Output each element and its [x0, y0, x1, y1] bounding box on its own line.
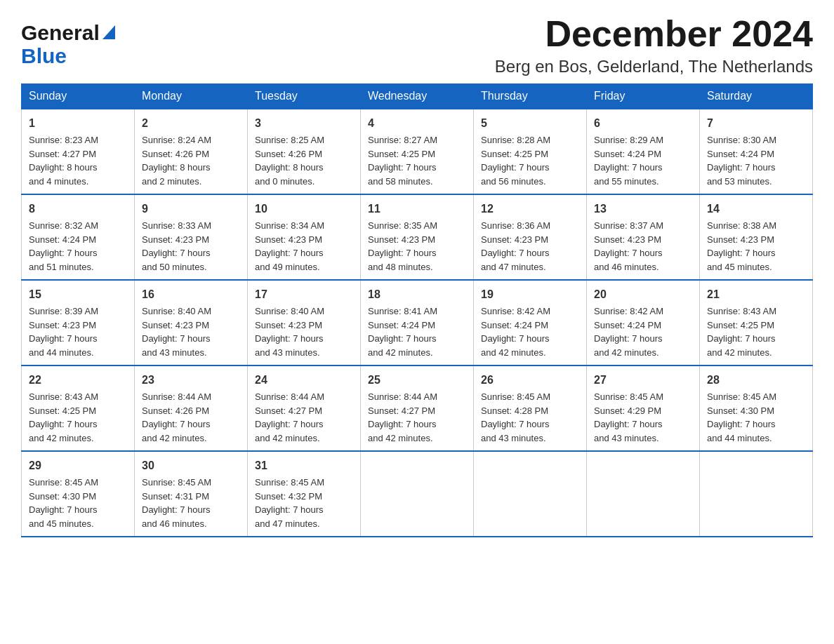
day-sunset: Sunset: 4:26 PM — [255, 149, 322, 159]
day-daylight-label: Daylight: 7 hours — [594, 248, 663, 258]
day-sunset: Sunset: 4:30 PM — [29, 491, 96, 502]
day-sunset: Sunset: 4:25 PM — [29, 405, 96, 416]
calendar-cell: 20 Sunrise: 8:42 AM Sunset: 4:24 PM Dayl… — [587, 280, 700, 365]
day-daylight-label: Daylight: 7 hours — [255, 248, 324, 258]
day-number: 5 — [481, 115, 579, 132]
day-number: 3 — [255, 115, 353, 132]
day-daylight-label: Daylight: 7 hours — [481, 333, 550, 344]
day-daylight-label: Daylight: 7 hours — [594, 333, 663, 344]
day-sunrise: Sunrise: 8:45 AM — [142, 477, 211, 488]
calendar-cell: 21 Sunrise: 8:43 AM Sunset: 4:25 PM Dayl… — [700, 280, 813, 365]
month-title: December 2024 — [495, 14, 813, 54]
day-sunrise: Sunrise: 8:45 AM — [594, 391, 663, 402]
day-number: 2 — [142, 115, 240, 132]
day-number: 12 — [481, 201, 579, 217]
day-daylight-label: Daylight: 7 hours — [594, 162, 663, 173]
day-sunrise: Sunrise: 8:29 AM — [594, 135, 663, 145]
calendar-cell: 3 Sunrise: 8:25 AM Sunset: 4:26 PM Dayli… — [248, 109, 361, 194]
day-daylight-minutes: and 53 minutes. — [707, 176, 772, 187]
day-number: 25 — [368, 372, 466, 389]
day-daylight-minutes: and 42 minutes. — [368, 347, 433, 358]
day-sunset: Sunset: 4:24 PM — [29, 234, 96, 245]
calendar-cell: 26 Sunrise: 8:45 AM Sunset: 4:28 PM Dayl… — [474, 365, 587, 451]
day-daylight-minutes: and 43 minutes. — [255, 347, 320, 358]
day-number: 14 — [707, 201, 805, 217]
header-wednesday: Wednesday — [361, 84, 474, 109]
calendar-cell: 8 Sunrise: 8:32 AM Sunset: 4:24 PM Dayli… — [22, 194, 135, 280]
day-daylight-minutes: and 46 minutes. — [142, 518, 207, 529]
day-number: 9 — [142, 201, 240, 217]
day-number: 8 — [29, 201, 127, 217]
calendar-cell: 25 Sunrise: 8:44 AM Sunset: 4:27 PM Dayl… — [361, 365, 474, 451]
day-sunset: Sunset: 4:28 PM — [481, 405, 548, 416]
header-sunday: Sunday — [22, 84, 135, 109]
day-daylight-minutes: and 58 minutes. — [368, 176, 433, 187]
calendar-cell: 14 Sunrise: 8:38 AM Sunset: 4:23 PM Dayl… — [700, 194, 813, 280]
day-daylight-label: Daylight: 8 hours — [255, 162, 324, 173]
day-daylight-minutes: and 2 minutes. — [142, 176, 201, 187]
day-number: 15 — [29, 286, 127, 303]
day-daylight-label: Daylight: 7 hours — [255, 504, 324, 515]
day-daylight-label: Daylight: 7 hours — [255, 333, 324, 344]
day-daylight-minutes: and 42 minutes. — [142, 433, 207, 443]
day-sunrise: Sunrise: 8:45 AM — [255, 477, 324, 488]
day-number: 31 — [255, 457, 353, 474]
day-sunrise: Sunrise: 8:28 AM — [481, 135, 550, 145]
day-number: 7 — [707, 115, 805, 132]
svg-marker-0 — [102, 25, 115, 39]
day-daylight-label: Daylight: 7 hours — [481, 162, 550, 173]
day-sunset: Sunset: 4:24 PM — [368, 320, 435, 330]
calendar-cell: 27 Sunrise: 8:45 AM Sunset: 4:29 PM Dayl… — [587, 365, 700, 451]
day-sunrise: Sunrise: 8:43 AM — [707, 306, 776, 316]
day-number: 20 — [594, 286, 692, 303]
day-sunrise: Sunrise: 8:40 AM — [255, 306, 324, 316]
day-sunrise: Sunrise: 8:34 AM — [255, 220, 324, 231]
day-sunset: Sunset: 4:24 PM — [707, 149, 774, 159]
day-sunrise: Sunrise: 8:24 AM — [142, 135, 211, 145]
day-sunrise: Sunrise: 8:40 AM — [142, 306, 211, 316]
calendar-cell: 12 Sunrise: 8:36 AM Sunset: 4:23 PM Dayl… — [474, 194, 587, 280]
calendar-cell: 2 Sunrise: 8:24 AM Sunset: 4:26 PM Dayli… — [135, 109, 248, 194]
location-title: Berg en Bos, Gelderland, The Netherlands — [495, 57, 813, 76]
day-number: 11 — [368, 201, 466, 217]
day-daylight-minutes: and 44 minutes. — [29, 347, 94, 358]
day-sunrise: Sunrise: 8:37 AM — [594, 220, 663, 231]
day-sunrise: Sunrise: 8:36 AM — [481, 220, 550, 231]
calendar-cell: 28 Sunrise: 8:45 AM Sunset: 4:30 PM Dayl… — [700, 365, 813, 451]
day-sunset: Sunset: 4:25 PM — [481, 149, 548, 159]
day-sunrise: Sunrise: 8:25 AM — [255, 135, 324, 145]
day-sunrise: Sunrise: 8:23 AM — [29, 135, 98, 145]
calendar-cell: 24 Sunrise: 8:44 AM Sunset: 4:27 PM Dayl… — [248, 365, 361, 451]
day-sunrise: Sunrise: 8:45 AM — [29, 477, 98, 488]
day-number: 28 — [707, 372, 805, 389]
calendar-cell — [700, 451, 813, 537]
day-daylight-minutes: and 42 minutes. — [481, 347, 546, 358]
calendar-cell: 6 Sunrise: 8:29 AM Sunset: 4:24 PM Dayli… — [587, 109, 700, 194]
day-daylight-minutes: and 42 minutes. — [594, 347, 659, 358]
day-sunrise: Sunrise: 8:41 AM — [368, 306, 437, 316]
day-number: 29 — [29, 457, 127, 474]
day-daylight-minutes: and 42 minutes. — [255, 433, 320, 443]
day-daylight-minutes: and 48 minutes. — [368, 262, 433, 272]
logo-triangle-icon — [102, 25, 115, 42]
day-sunset: Sunset: 4:23 PM — [707, 234, 774, 245]
day-number: 27 — [594, 372, 692, 389]
day-daylight-label: Daylight: 7 hours — [368, 333, 437, 344]
day-daylight-minutes: and 47 minutes. — [481, 262, 546, 272]
calendar-cell — [361, 451, 474, 537]
day-daylight-label: Daylight: 7 hours — [142, 333, 211, 344]
calendar-cell: 4 Sunrise: 8:27 AM Sunset: 4:25 PM Dayli… — [361, 109, 474, 194]
calendar-cell: 17 Sunrise: 8:40 AM Sunset: 4:23 PM Dayl… — [248, 280, 361, 365]
day-number: 23 — [142, 372, 240, 389]
day-daylight-minutes: and 43 minutes. — [142, 347, 207, 358]
header-monday: Monday — [135, 84, 248, 109]
calendar-cell: 31 Sunrise: 8:45 AM Sunset: 4:32 PM Dayl… — [248, 451, 361, 537]
calendar-cell: 13 Sunrise: 8:37 AM Sunset: 4:23 PM Dayl… — [587, 194, 700, 280]
day-sunrise: Sunrise: 8:42 AM — [594, 306, 663, 316]
calendar-cell: 18 Sunrise: 8:41 AM Sunset: 4:24 PM Dayl… — [361, 280, 474, 365]
day-sunrise: Sunrise: 8:44 AM — [142, 391, 211, 402]
header-thursday: Thursday — [474, 84, 587, 109]
day-sunset: Sunset: 4:26 PM — [142, 149, 209, 159]
day-daylight-minutes: and 42 minutes. — [29, 433, 94, 443]
calendar-cell: 9 Sunrise: 8:33 AM Sunset: 4:23 PM Dayli… — [135, 194, 248, 280]
